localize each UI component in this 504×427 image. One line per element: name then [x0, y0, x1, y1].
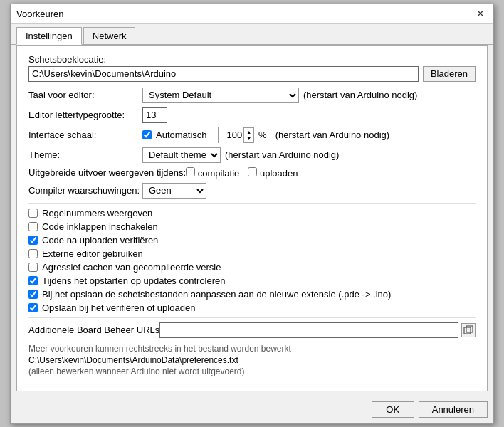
checkbox-label-aggressive_cache[interactable]: Agressief cachen van gecompileerde versi…: [42, 262, 221, 273]
browse-button[interactable]: Bladeren: [423, 66, 476, 82]
language-label: Taal voor editor:: [28, 90, 142, 100]
addl-urls-row: Additionele Board Beheer URLs: [28, 322, 476, 338]
scale-up-button[interactable]: ▲: [244, 129, 253, 135]
checkbox-label-code_folding[interactable]: Code inklappen inschakelen: [42, 221, 158, 232]
checkbox-label-save_verify[interactable]: Opslaan bij het verifiëren of uploaden: [42, 302, 195, 313]
checkbox-row-check_updates: Tijdens het opstarten op updates control…: [28, 275, 476, 286]
checkbox-label-check_updates[interactable]: Tijdens het opstarten op updates control…: [42, 275, 226, 286]
scale-arrows: ▲ ▼: [244, 127, 253, 143]
checkbox-row-external_editor: Externe editor gebruiken: [28, 248, 476, 259]
svg-rect-0: [464, 327, 471, 334]
close-button[interactable]: ✕: [473, 9, 488, 19]
auto-scale-label[interactable]: Automatisch: [156, 130, 207, 140]
tabs-bar: Instellingen Netwerk: [11, 24, 493, 45]
sketchbook-location-section: Schetsboeklocatie: Bladeren: [28, 54, 476, 82]
ok-button[interactable]: OK: [372, 401, 414, 418]
checkbox-verify_upload[interactable]: [28, 236, 38, 245]
verbose-checks: compilatie uploaden: [186, 167, 298, 179]
checkbox-label-verify_upload[interactable]: Code na uploaden verifiëren: [42, 235, 158, 246]
checkbox-external_editor[interactable]: [28, 249, 38, 258]
compiler-warnings-label: Compiler waarschuwingen:: [28, 185, 142, 196]
checkbox-label-save_extension[interactable]: Bij het opslaan de schetsbestanden aanpa…: [42, 289, 391, 300]
divider2: [28, 317, 476, 318]
checkbox-save_extension[interactable]: [28, 290, 38, 299]
verbose-upload-check-group: uploaden: [248, 167, 298, 179]
addl-urls-input[interactable]: [159, 322, 458, 338]
verbose-upload-checkbox[interactable]: [248, 167, 257, 176]
language-select[interactable]: System Default: [142, 88, 299, 103]
checkbox-check_updates[interactable]: [28, 276, 38, 285]
verbose-compilation-checkbox[interactable]: [186, 167, 195, 176]
open-window-icon: [463, 325, 473, 335]
cancel-button[interactable]: Annuleren: [419, 401, 488, 418]
checkbox-row-line_numbers: Regelnummers weergeven: [28, 208, 476, 218]
checkbox-label-external_editor[interactable]: Externe editor gebruiken: [42, 248, 143, 259]
checkbox-label-line_numbers[interactable]: Regelnummers weergeven: [42, 208, 152, 218]
tab-instellingen[interactable]: Instellingen: [16, 27, 82, 45]
verbose-label: Uitgebreide uitvoer weergeven tijdens:: [28, 167, 186, 178]
interface-scale-row: Interface schaal: Automatisch ▲ ▼ % (her…: [28, 127, 476, 143]
language-row: Taal voor editor: System Default (hersta…: [28, 88, 476, 103]
dialog-title: Voorkeuren: [16, 9, 64, 19]
addl-urls-label: Additionele Board Beheer URLs: [28, 325, 159, 335]
checkbox-row-aggressive_cache: Agressief cachen van gecompileerde versi…: [28, 262, 476, 273]
scale-value-input[interactable]: [219, 127, 244, 143]
preferences-dialog: Voorkeuren ✕ Instellingen Netwerk Schets…: [10, 4, 494, 424]
divider1: [28, 203, 476, 204]
checkbox-row-verify_upload: Code na uploaden verifiëren: [28, 235, 476, 246]
font-size-input[interactable]: [142, 107, 167, 123]
checkbox-line_numbers[interactable]: [28, 209, 38, 218]
sketchbook-location-input-row: Bladeren: [28, 66, 476, 82]
auto-scale-checkbox[interactable]: [142, 130, 152, 139]
verbose-compilation-label[interactable]: compilatie: [198, 168, 240, 179]
interface-scale-label: Interface schaal:: [28, 130, 142, 140]
titlebar: Voorkeuren ✕: [11, 4, 493, 24]
theme-note: (herstart van Arduino nodig): [225, 149, 339, 160]
scale-down-button[interactable]: ▼: [244, 135, 253, 142]
footer: OK Annuleren: [11, 397, 493, 423]
scale-value-group: ▲ ▼: [218, 127, 254, 143]
pref-path: C:\Users\kevin\Documents\ArduinoData\pre…: [28, 355, 476, 365]
addl-urls-icon-button[interactable]: [461, 323, 476, 337]
checkbox-row-code_folding: Code inklappen inschakelen: [28, 221, 476, 232]
verbose-upload-label[interactable]: uploaden: [260, 168, 298, 179]
checkbox-row-save_extension: Bij het opslaan de schetsbestanden aanpa…: [28, 289, 476, 300]
interface-scale-controls: Automatisch ▲ ▼ % (herstart van Arduino …: [142, 127, 389, 143]
checkbox-row-save_verify: Opslaan bij het verifiëren of uploaden: [28, 302, 476, 313]
font-size-label: Editor lettertypegrootte:: [28, 110, 142, 120]
checkbox-save_verify[interactable]: [28, 303, 38, 312]
sketchbook-location-input[interactable]: [28, 66, 419, 82]
compiler-warnings-row: Compiler waarschuwingen: Geen: [28, 183, 476, 199]
verbose-row: Uitgebreide uitvoer weergeven tijdens: c…: [28, 167, 476, 179]
language-note: (herstart van Arduino nodig): [303, 90, 417, 100]
verbose-compilation-check-group: compilatie: [186, 167, 239, 179]
settings-content: Schetsboeklocatie: Bladeren Taal voor ed…: [16, 45, 488, 391]
compiler-warnings-select[interactable]: Geen: [142, 183, 206, 199]
svg-rect-1: [466, 326, 473, 332]
checkboxes-container: Regelnummers weergevenCode inklappen ins…: [28, 208, 476, 313]
info-text: Meer voorkeuren kunnen rechtstreeks in h…: [28, 344, 476, 354]
only-text: (alleen bewerken wanneer Arduino niet wo…: [28, 367, 476, 376]
scale-unit: %: [258, 130, 267, 140]
tab-netwerk[interactable]: Netwerk: [83, 27, 136, 44]
theme-select[interactable]: Default theme: [142, 147, 221, 163]
theme-label: Theme:: [28, 149, 142, 160]
sketchbook-location-label: Schetsboeklocatie:: [28, 54, 106, 65]
checkbox-aggressive_cache[interactable]: [28, 263, 38, 272]
checkbox-code_folding[interactable]: [28, 222, 38, 231]
interface-scale-note: (herstart van Arduino nodig): [275, 130, 389, 140]
font-size-row: Editor lettertypegrootte:: [28, 107, 476, 123]
theme-row: Theme: Default theme (herstart van Ardui…: [28, 147, 476, 163]
